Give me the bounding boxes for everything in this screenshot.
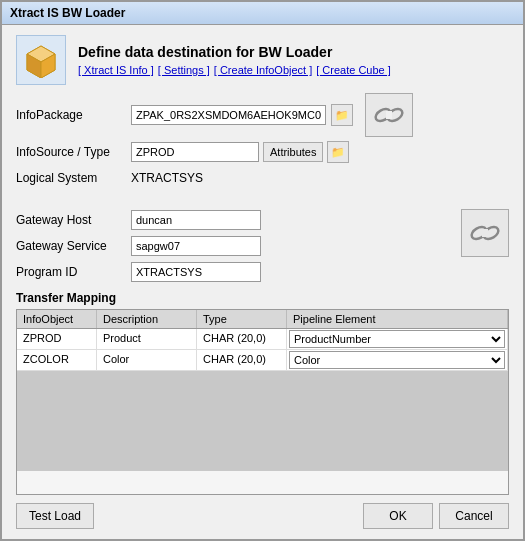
nav-xtract-is-info[interactable]: [ Xtract IS Info ] <box>78 64 154 76</box>
transfer-mapping-table: InfoObject Description Type Pipeline Ele… <box>16 309 509 495</box>
logical-system-value: XTRACTSYS <box>131 171 203 185</box>
divider1 <box>16 201 509 209</box>
cube-icon <box>23 42 59 78</box>
gateway-service-row: Gateway Service <box>16 235 455 257</box>
cancel-button[interactable]: Cancel <box>439 503 509 529</box>
gateway-fields: Gateway Host Gateway Service Program ID <box>16 209 455 287</box>
program-id-input[interactable] <box>131 262 261 282</box>
ok-button[interactable]: OK <box>363 503 433 529</box>
infosource-row: InfoSource / Type Attributes 📁 <box>16 141 509 163</box>
cell-infoobject-2: ZCOLOR <box>17 350 97 370</box>
table-header: InfoObject Description Type Pipeline Ele… <box>17 310 508 329</box>
cell-description-1: Product <box>97 329 197 349</box>
footer: Test Load OK Cancel <box>16 495 509 529</box>
logical-system-label: Logical System <box>16 171 131 185</box>
infopackage-browse-button[interactable]: 📁 <box>331 104 353 126</box>
col-pipeline: Pipeline Element <box>287 310 508 328</box>
nav-create-cube[interactable]: [ Create Cube ] <box>316 64 391 76</box>
gateway-service-label: Gateway Service <box>16 239 131 253</box>
form-section: InfoPackage 📁 <box>16 93 509 193</box>
folder-icon-2: 📁 <box>331 146 345 159</box>
infopackage-input[interactable] <box>131 105 326 125</box>
nav-links: [ Xtract IS Info ] [ Settings ] [ Create… <box>78 64 391 76</box>
infopackage-label: InfoPackage <box>16 108 131 122</box>
section-title: Transfer Mapping <box>16 291 509 305</box>
gateway-link-icon <box>469 219 501 247</box>
infopackage-row: InfoPackage 📁 <box>16 93 509 137</box>
cell-type-1: CHAR (20,0) <box>197 329 287 349</box>
content-area: Define data destination for BW Loader [ … <box>2 25 523 539</box>
infosource-input[interactable] <box>131 142 259 162</box>
gateway-service-input[interactable] <box>131 236 261 256</box>
cell-pipeline-2: Color ProductNumber Size Weight <box>287 350 508 370</box>
col-infoobject: InfoObject <box>17 310 97 328</box>
chain-link-icon <box>373 101 405 129</box>
gateway-section: Gateway Host Gateway Service Program ID <box>16 209 509 287</box>
gateway-host-row: Gateway Host <box>16 209 455 231</box>
header: Define data destination for BW Loader [ … <box>16 35 509 85</box>
svg-rect-9 <box>482 229 488 237</box>
window-title: Xtract IS BW Loader <box>10 6 125 20</box>
table-body: ZPROD Product CHAR (20,0) ProductNumber … <box>17 329 508 494</box>
folder-icon: 📁 <box>335 109 349 122</box>
app-icon-box <box>16 35 66 85</box>
logical-system-row: Logical System XTRACTSYS <box>16 167 509 189</box>
gateway-icon-box[interactable] <box>461 209 509 257</box>
table-row: ZPROD Product CHAR (20,0) ProductNumber … <box>17 329 508 350</box>
page-title: Define data destination for BW Loader <box>78 44 391 60</box>
footer-right: OK Cancel <box>363 503 509 529</box>
nav-settings[interactable]: [ Settings ] <box>158 64 210 76</box>
svg-rect-6 <box>386 111 392 119</box>
infosource-browse-button[interactable]: 📁 <box>327 141 349 163</box>
main-window: Xtract IS BW Loader Define data destinat… <box>0 0 525 541</box>
gateway-host-input[interactable] <box>131 210 261 230</box>
pipeline-select-2[interactable]: Color ProductNumber Size Weight <box>289 351 505 369</box>
footer-left: Test Load <box>16 503 94 529</box>
program-id-row: Program ID <box>16 261 455 283</box>
cell-infoobject-1: ZPROD <box>17 329 97 349</box>
pipeline-select-1[interactable]: ProductNumber Color Size Weight <box>289 330 505 348</box>
title-bar: Xtract IS BW Loader <box>2 2 523 25</box>
program-id-label: Program ID <box>16 265 131 279</box>
attributes-button[interactable]: Attributes <box>263 142 323 162</box>
col-type: Type <box>197 310 287 328</box>
nav-create-infoobject[interactable]: [ Create InfoObject ] <box>214 64 312 76</box>
infosource-label: InfoSource / Type <box>16 145 131 159</box>
connection-icon-box[interactable] <box>365 93 413 137</box>
cell-description-2: Color <box>97 350 197 370</box>
cell-type-2: CHAR (20,0) <box>197 350 287 370</box>
test-load-button[interactable]: Test Load <box>16 503 94 529</box>
cell-pipeline-1: ProductNumber Color Size Weight <box>287 329 508 349</box>
col-description: Description <box>97 310 197 328</box>
table-row: ZCOLOR Color CHAR (20,0) Color ProductNu… <box>17 350 508 371</box>
header-text: Define data destination for BW Loader [ … <box>78 44 391 76</box>
empty-area <box>17 371 508 471</box>
gateway-host-label: Gateway Host <box>16 213 131 227</box>
